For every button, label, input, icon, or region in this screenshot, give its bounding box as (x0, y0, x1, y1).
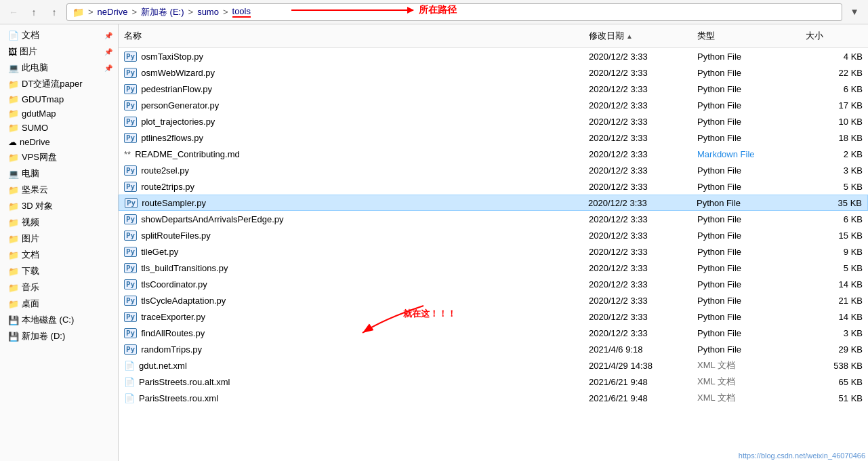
sidebar-item-vps[interactable]: 📁 VPS网盘 (0, 149, 118, 165)
table-row[interactable]: Py tileGet.py 2020/12/2 3:33 Python File… (119, 243, 868, 260)
table-row[interactable]: Py personGenerator.py 2020/12/2 3:33 Pyt… (119, 97, 868, 113)
python-file-icon: Py (124, 230, 137, 241)
file-modified-cell: 2020/12/2 3:33 (583, 147, 692, 161)
file-name-cell: Py randomTrips.py (119, 342, 583, 357)
file-type-cell: Python File (692, 342, 800, 357)
forward-button[interactable]: ↑ (26, 4, 42, 20)
table-row[interactable]: Py showDepartsAndArrivalsPerEdge.py 2020… (119, 211, 868, 227)
table-row[interactable]: Py route2sel.py 2020/12/2 3:33 Python Fi… (119, 162, 868, 178)
computer-icon: 💻 (8, 63, 19, 73)
file-name: tlsCycleAdaptation.py (141, 296, 226, 306)
sidebar-item-pc[interactable]: 💻 电脑 (0, 165, 118, 182)
folder-icon: 📁 (8, 153, 19, 163)
file-modified: 2020/12/2 3:33 (589, 133, 648, 143)
back-button[interactable]: ← (5, 4, 22, 20)
col-header-size[interactable]: 大小 (800, 27, 868, 45)
table-row[interactable]: 📄 gdut.net.xml 2021/4/29 14:38 XML 文档 53… (119, 357, 868, 374)
sidebar-item-downloads[interactable]: 📁 下载 (0, 263, 118, 279)
sidebar-item-nutstore[interactable]: 📁 坚果云 (0, 182, 118, 198)
sidebar-item-pictures-pinned[interactable]: 🖼 图片 📌 (0, 43, 118, 60)
file-modified: 2020/12/2 3:33 (589, 230, 648, 241)
sidebar-item-dt[interactable]: 📁 DT交通流paper (0, 76, 118, 92)
folder-icon: 📁 (8, 94, 19, 104)
breadcrumb-sumo[interactable]: sumo (197, 7, 219, 17)
file-size: 10 KB (839, 117, 863, 127)
sidebar-label: 图片 (22, 233, 39, 245)
up-button[interactable]: ↑ (46, 4, 62, 20)
col-header-modified[interactable]: 修改日期 ▲ (583, 27, 692, 45)
table-row[interactable]: 📄 ParisStreets.rou.xml 2021/6/21 9:48 XM… (119, 390, 868, 406)
file-size: 2 KB (844, 149, 863, 159)
xml-file-icon: 📄 (124, 361, 135, 371)
sidebar-item-3d[interactable]: 📁 3D 对象 (0, 198, 118, 214)
sidebar-item-pictures[interactable]: 📁 图片 (0, 230, 118, 247)
file-modified-cell: 2020/12/2 3:33 (583, 163, 692, 178)
sidebar-item-gdutmap-cap[interactable]: 📁 GDUTmap (0, 92, 118, 106)
sidebar-item-video[interactable]: 📁 视频 (0, 214, 118, 230)
sidebar-item-music[interactable]: 📁 音乐 (0, 279, 118, 296)
breadcrumb-drive[interactable]: 新加卷 (E:) (141, 6, 184, 18)
folder-icon: 📁 (8, 218, 19, 228)
breadcrumb-tools[interactable]: tools (232, 6, 251, 18)
table-row[interactable]: Py findAllRoutes.py 2020/12/2 3:33 Pytho… (119, 325, 868, 341)
file-type-cell: XML 文档 (692, 390, 800, 406)
file-size-cell: 17 KB (800, 98, 868, 113)
dropdown-button[interactable]: ▼ (846, 4, 863, 20)
sidebar-item-documents[interactable]: 📁 文档 (0, 247, 118, 263)
table-row[interactable]: Py pedestrianFlow.py 2020/12/2 3:33 Pyth… (119, 81, 868, 97)
file-name-cell: 📄 gdut.net.xml (119, 359, 583, 373)
table-row[interactable]: Py plot_trajectories.py 2020/12/2 3:33 P… (119, 113, 868, 129)
table-row[interactable]: Py splitRouteFiles.py 2020/12/2 3:33 Pyt… (119, 227, 868, 243)
sidebar-item-c-drive[interactable]: 💾 本地磁盘 (C:) (0, 312, 118, 328)
sidebar-label: 文档 (22, 29, 39, 41)
file-name-cell: Py route2sel.py (119, 163, 583, 178)
sidebar-label: 音乐 (22, 281, 39, 294)
address-bar[interactable]: 📁 > neDrive > 新加卷 (E:) > sumo > tools (66, 3, 842, 21)
breadcrumb-separator: > (88, 7, 94, 17)
sidebar-label: neDrive (20, 137, 50, 147)
sidebar-label: 坚果云 (22, 184, 48, 196)
file-size-cell: 65 KB (800, 375, 868, 389)
sidebar-item-gdutmap-low[interactable]: 📁 gdutMap (0, 106, 118, 121)
folder-icon: 📁 (8, 201, 19, 212)
table-row[interactable]: Py routeSampler.py 2020/12/2 3:33 Python… (119, 195, 868, 211)
table-row[interactable]: Py tls_buildTransitions.py 2020/12/2 3:3… (119, 260, 868, 276)
file-modified: 2020/12/2 3:33 (589, 182, 648, 192)
table-row[interactable]: Py tlsCoordinator.py 2020/12/2 3:33 Pyth… (119, 276, 868, 292)
table-row[interactable]: Py osmWebWizard.py 2020/12/2 3:33 Python… (119, 64, 868, 81)
file-size: 5 KB (844, 263, 863, 273)
sidebar-label: DT交通流paper (22, 78, 83, 90)
table-row[interactable]: Py route2trips.py 2020/12/2 3:33 Python … (119, 178, 868, 195)
sidebar-label: 文档 (22, 249, 39, 261)
file-modified-cell: 2020/12/2 3:33 (583, 180, 692, 194)
breadcrumb-computer[interactable]: neDrive (98, 7, 128, 17)
table-row[interactable]: 📄 ParisStreets.rou.alt.xml 2021/6/21 9:4… (119, 374, 868, 390)
file-name: personGenerator.py (141, 100, 219, 111)
file-modified: 2021/6/21 9:48 (589, 393, 648, 403)
table-row[interactable]: Py ptlines2flows.py 2020/12/2 3:33 Pytho… (119, 129, 868, 146)
table-row[interactable]: Py traceExporter.py 2020/12/2 3:33 Pytho… (119, 308, 868, 325)
folder-icon: 🖼 (8, 47, 17, 57)
sidebar-item-documents-pinned[interactable]: 📄 文档 📌 (0, 27, 118, 43)
sidebar-item-onedrive[interactable]: ☁ neDrive (0, 135, 118, 149)
sidebar-item-d-drive[interactable]: 💾 新加卷 (D:) (0, 328, 118, 344)
file-name: traceExporter.py (141, 312, 205, 322)
sidebar-item-sumo[interactable]: 📁 SUMO (0, 121, 118, 135)
table-row[interactable]: Py osmTaxiStop.py 2020/12/2 3:33 Python … (119, 48, 868, 64)
col-header-name[interactable]: 名称 (119, 27, 583, 45)
folder-icon-small: 📁 (73, 7, 84, 18)
sidebar-label: 视频 (22, 216, 39, 228)
file-type: Python File (697, 68, 741, 78)
file-modified-cell: 2020/12/2 3:33 (583, 310, 692, 324)
drive-icon: 💾 (8, 332, 19, 342)
sidebar-item-desktop[interactable]: 📁 桌面 (0, 296, 118, 312)
table-row[interactable]: ** README_Contributing.md 2020/12/2 3:33… (119, 146, 868, 162)
watermark: https://blog.csdn.net/weixin_46070466 (739, 452, 865, 460)
sidebar-item-computer-pinned[interactable]: 💻 此电脑 📌 (0, 60, 118, 76)
file-type: Python File (697, 312, 741, 322)
table-row[interactable]: Py tlsCycleAdaptation.py 2020/12/2 3:33 … (119, 292, 868, 308)
col-header-type[interactable]: 类型 (692, 27, 800, 45)
file-size-cell: 14 KB (800, 310, 868, 324)
file-name-cell: Py tls_buildTransitions.py (119, 261, 583, 275)
table-row[interactable]: Py randomTrips.py 2021/4/6 9:18 Python F… (119, 341, 868, 357)
